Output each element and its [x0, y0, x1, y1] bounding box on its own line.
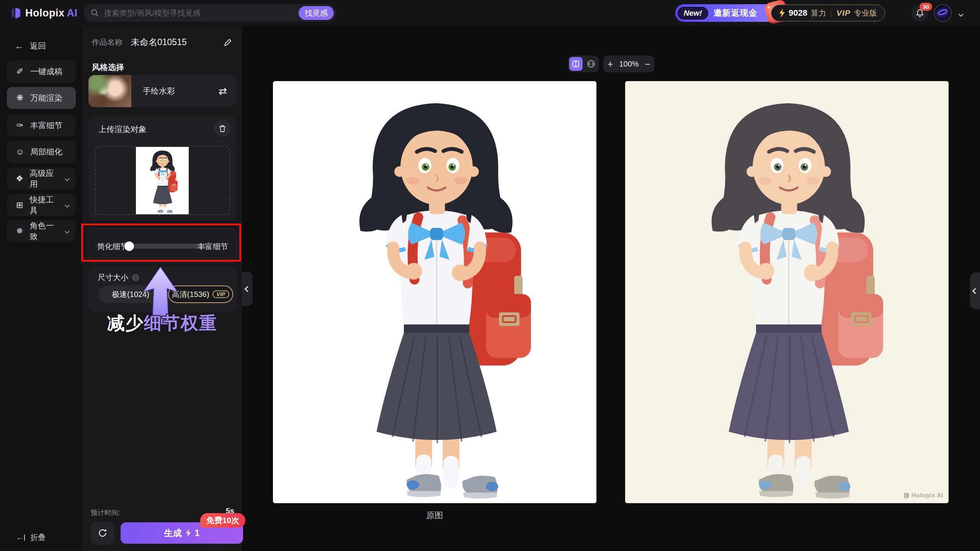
zoom-out-button[interactable]: − — [645, 59, 651, 69]
chevron-left-icon — [972, 288, 978, 294]
sidebar-item-enrich-details[interactable]: ✑ 丰富细节 — [7, 114, 76, 137]
find-inspiration-button[interactable]: 找灵感 — [299, 6, 334, 20]
generate-button[interactable]: 生成 1 免费10次 — [121, 522, 243, 544]
original-image-label: 原图 — [273, 510, 596, 521]
upload-render-target-card: 上传渲染对象 — [88, 116, 236, 220]
pen-icon — [223, 38, 232, 47]
search-bar: 找灵感 — [83, 4, 336, 22]
holopix-logo[interactable]: HolopixAI — [11, 0, 78, 26]
invite-cashback-banner[interactable]: New! 邀新返现金 ✦✦ — [675, 4, 782, 22]
split-view-icon — [572, 60, 580, 68]
lightning-icon — [186, 529, 191, 537]
compare-circle-icon — [587, 60, 595, 68]
detail-weight-slider-card: 简化细节 丰富细节 — [88, 228, 237, 263]
expand-right-panel-tab[interactable] — [970, 272, 980, 309]
upload-dropzone[interactable] — [95, 146, 230, 215]
vip-plan-label: 专业版 — [854, 8, 877, 18]
original-image[interactable] — [273, 81, 596, 503]
invite-label: 邀新返现金 — [714, 7, 758, 19]
sparkles-icon: ❖ — [15, 174, 24, 184]
style-section-title: 风格选择 — [92, 62, 124, 73]
pen-sparkle-icon: ✐ — [15, 67, 24, 77]
app-window: HolopixAI 找灵感 New! 邀新返现金 ✦✦ 9028 算力 VIP … — [0, 0, 980, 551]
sidebar-item-advanced-apps[interactable]: ❖ 高级应用 — [7, 168, 76, 190]
lightning-icon — [779, 8, 785, 18]
chevron-left-icon — [244, 286, 250, 292]
user-avatar[interactable] — [934, 4, 952, 22]
pill-divider — [831, 9, 831, 17]
eta-label: 预计时间: — [91, 508, 120, 517]
zoom-control: + 100% − — [603, 55, 655, 72]
collapse-panel-tab[interactable] — [242, 272, 253, 306]
sidebar-item-local-refine[interactable]: ☺ 局部细化 — [7, 141, 76, 163]
grid-plus-icon: ⊞ — [15, 200, 24, 210]
chevron-down-icon — [65, 228, 69, 235]
style-name: 手绘水彩 — [143, 86, 175, 96]
size-option-fast-1024[interactable]: 极速(1024) — [98, 285, 163, 303]
rich-detail-label: 丰富细节 — [198, 241, 228, 252]
sidebar: ← 返回 ✐ 一键成稿 ❋ 万能渲染 ✑ 丰富细节 ☺ 局部细化 ❖ 高级应用 … — [0, 26, 82, 551]
info-icon[interactable]: i — [132, 274, 139, 281]
back-button[interactable]: ← 返回 — [15, 41, 46, 51]
logo-text: HolopixAI — [25, 7, 78, 19]
sidebar-item-character-consistency[interactable]: ✵ 角色一致 — [7, 220, 76, 242]
render-sparkle-icon: ❋ — [15, 93, 24, 103]
back-label: 返回 — [30, 41, 46, 51]
holopix-logo-icon — [11, 7, 21, 19]
size-section-title: 尺寸大小 — [98, 272, 128, 283]
detail-weight-slider[interactable] — [125, 244, 207, 249]
zoom-level: 100% — [619, 60, 639, 68]
detail-pen-icon: ✑ — [15, 121, 24, 130]
vip-badge: VIP — [212, 290, 230, 298]
split-view-button[interactable] — [569, 57, 583, 71]
free-uses-badge: 免费10次 — [200, 513, 245, 528]
style-selector[interactable]: 手绘水彩 ⇄ — [88, 75, 236, 107]
annotation-text: 减少细节权重 — [88, 311, 237, 335]
size-option-hd-1536[interactable]: 高清(1536) VIP — [168, 285, 233, 303]
sidebar-item-one-click-draft[interactable]: ✐ 一键成稿 — [7, 60, 76, 83]
style-thumbnail — [88, 75, 131, 107]
delete-upload-button[interactable] — [214, 120, 231, 137]
vip-text: VIP — [836, 8, 851, 18]
refresh-button[interactable] — [91, 521, 114, 545]
face-sparkle-icon: ☺ — [15, 147, 24, 157]
sidebar-item-quick-tools[interactable]: ⊞ 快捷工具 — [7, 194, 76, 216]
simplify-detail-label: 简化细节 — [97, 241, 128, 252]
size-card: 尺寸大小 i 极速(1024) 高清(1536) VIP — [88, 266, 237, 312]
collapse-icon: ← — [16, 533, 25, 542]
upload-section-title: 上传渲染对象 — [98, 124, 147, 135]
search-input[interactable] — [104, 9, 291, 18]
slider-knob[interactable] — [124, 241, 134, 251]
notifications-button[interactable]: 30 — [911, 5, 928, 21]
power-value: 9028 — [789, 8, 807, 18]
collapse-sidebar-button[interactable]: ← 折叠 — [16, 532, 46, 543]
artwork-name-label: 作品名称 — [92, 37, 122, 47]
artwork-name-row: 作品名称 未命名010515 — [92, 36, 232, 48]
credits-vip-pill[interactable]: 9028 算力 VIP 专业版 — [771, 5, 885, 21]
account-menu-chevron[interactable] — [959, 11, 963, 18]
trash-icon — [218, 124, 227, 133]
person-sparkle-icon: ✵ — [15, 226, 24, 236]
tool-panel: 作品名称 未命名010515 风格选择 手绘水彩 ⇄ 上传渲染对象 — [82, 26, 242, 551]
artwork-name-value: 未命名010515 — [131, 36, 187, 48]
topbar: HolopixAI 找灵感 New! 邀新返现金 ✦✦ 9028 算力 VIP … — [0, 0, 980, 26]
uploaded-image-thumbnail — [136, 147, 189, 214]
edit-name-button[interactable] — [223, 38, 232, 47]
notification-count-badge: 30 — [920, 3, 932, 11]
back-arrow-icon: ← — [15, 41, 24, 51]
search-divider — [294, 9, 294, 17]
view-mode-toggle — [568, 55, 599, 72]
swap-style-icon[interactable]: ⇄ — [219, 85, 227, 97]
sidebar-item-universal-render[interactable]: ❋ 万能渲染 — [7, 87, 76, 109]
chevron-down-icon — [65, 175, 69, 182]
zoom-in-button[interactable]: + — [608, 59, 613, 69]
chevron-down-icon — [65, 202, 69, 209]
refresh-icon — [97, 528, 108, 538]
divider — [89, 54, 235, 55]
divider — [98, 141, 226, 141]
compare-slider-button[interactable] — [585, 57, 598, 71]
power-unit: 算力 — [811, 8, 826, 18]
new-badge: New! — [678, 7, 708, 20]
watermark: Holopix AI — [904, 492, 943, 499]
rendered-image[interactable]: Holopix AI — [625, 81, 949, 503]
